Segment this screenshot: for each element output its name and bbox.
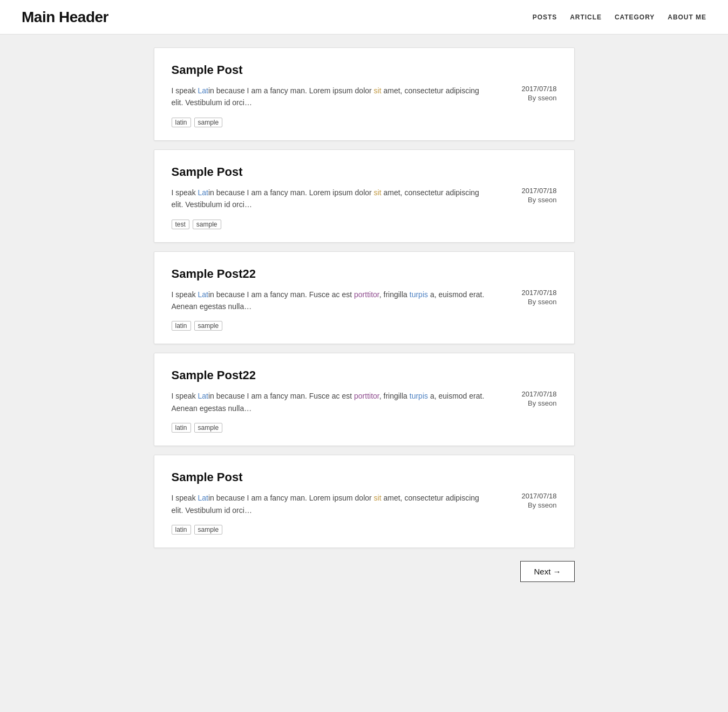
post-excerpt: I speak Latin because I am a fancy man. … xyxy=(172,85,485,109)
post-date: 2017/07/18 xyxy=(521,289,556,297)
post-author: By sseon xyxy=(528,94,556,102)
post-meta: 2017/07/18By sseon xyxy=(521,289,556,306)
excerpt-part-latin: Lat xyxy=(198,392,208,400)
excerpt-part-latin: Lat xyxy=(198,86,208,95)
nav-item-about-me[interactable]: ABOUT ME xyxy=(668,13,706,21)
main-content: Sample PostI speak Latin because I am a … xyxy=(154,35,575,614)
post-meta: 2017/07/18By sseon xyxy=(521,85,556,102)
post-tag[interactable]: latin xyxy=(172,423,191,433)
next-button[interactable]: Next → xyxy=(520,561,574,582)
excerpt-part-normal: I speak xyxy=(172,392,198,400)
post-tag[interactable]: sample xyxy=(194,525,223,535)
post-excerpt: I speak Latin because I am a fancy man. … xyxy=(172,289,485,313)
excerpt-part-normal: , fringilla xyxy=(379,290,410,299)
post-tags: latinsample xyxy=(172,118,557,127)
post-card: Sample Post22I speak Latin because I am … xyxy=(154,251,575,345)
excerpt-part-normal: I speak xyxy=(172,290,198,299)
excerpt-part-normal: in because I am a fancy man. Lorem ipsum… xyxy=(208,188,374,197)
post-excerpt: I speak Latin because I am a fancy man. … xyxy=(172,492,485,516)
site-header: Main Header POSTSARTICLECATEGORYABOUT ME xyxy=(0,0,728,35)
excerpt-part-normal: I speak xyxy=(172,494,198,502)
excerpt-part-latin: Lat xyxy=(198,494,208,502)
excerpt-part-normal: in because I am a fancy man. Lorem ipsum… xyxy=(208,494,374,502)
excerpt-part-turpis: turpis xyxy=(410,290,428,299)
excerpt-part-normal: in because I am a fancy man. Fusce ac es… xyxy=(208,392,354,400)
post-date: 2017/07/18 xyxy=(521,390,556,398)
excerpt-part-porttitor: porttitor xyxy=(354,392,379,400)
pagination: Next → xyxy=(154,561,575,582)
excerpt-part-normal: in because I am a fancy man. Fusce ac es… xyxy=(208,290,354,299)
excerpt-part-porttitor: porttitor xyxy=(354,290,379,299)
nav-item-category[interactable]: CATEGORY xyxy=(615,13,655,21)
post-tags: testsample xyxy=(172,220,557,229)
post-tag[interactable]: latin xyxy=(172,321,191,331)
post-title[interactable]: Sample Post xyxy=(172,165,557,179)
post-meta: 2017/07/18By sseon xyxy=(521,492,556,509)
excerpt-part-sit: sit xyxy=(374,494,382,502)
post-tag[interactable]: sample xyxy=(194,423,223,433)
post-card: Sample Post22I speak Latin because I am … xyxy=(154,353,575,446)
post-author: By sseon xyxy=(528,501,556,509)
post-excerpt: I speak Latin because I am a fancy man. … xyxy=(172,187,485,211)
nav-item-posts[interactable]: POSTS xyxy=(533,13,557,21)
post-tag[interactable]: sample xyxy=(194,321,223,331)
nav-item-article[interactable]: ARTICLE xyxy=(570,13,602,21)
post-tags: latinsample xyxy=(172,321,557,331)
post-date: 2017/07/18 xyxy=(521,492,556,500)
post-meta: 2017/07/18By sseon xyxy=(521,187,556,204)
post-body-row: I speak Latin because I am a fancy man. … xyxy=(172,187,557,211)
post-author: By sseon xyxy=(528,196,556,204)
post-tag[interactable]: sample xyxy=(194,118,223,127)
post-card: Sample PostI speak Latin because I am a … xyxy=(154,47,575,141)
post-tag[interactable]: latin xyxy=(172,525,191,535)
post-tags: latinsample xyxy=(172,423,557,433)
post-body-row: I speak Latin because I am a fancy man. … xyxy=(172,289,557,313)
excerpt-part-sit: sit xyxy=(374,188,382,197)
excerpt-part-latin: Lat xyxy=(198,188,208,197)
post-tag[interactable]: test xyxy=(172,220,189,229)
posts-list: Sample PostI speak Latin because I am a … xyxy=(154,47,575,548)
post-title[interactable]: Sample Post22 xyxy=(172,267,557,281)
post-date: 2017/07/18 xyxy=(521,85,556,93)
main-nav: POSTSARTICLECATEGORYABOUT ME xyxy=(533,13,706,21)
post-body-row: I speak Latin because I am a fancy man. … xyxy=(172,85,557,109)
post-excerpt: I speak Latin because I am a fancy man. … xyxy=(172,390,485,414)
post-card: Sample PostI speak Latin because I am a … xyxy=(154,455,575,548)
post-title[interactable]: Sample Post22 xyxy=(172,368,557,382)
post-body-row: I speak Latin because I am a fancy man. … xyxy=(172,492,557,516)
excerpt-part-normal: in because I am a fancy man. Lorem ipsum… xyxy=(208,86,374,95)
post-title[interactable]: Sample Post xyxy=(172,470,557,484)
excerpt-part-turpis: turpis xyxy=(410,392,428,400)
site-title: Main Header xyxy=(22,9,108,26)
excerpt-part-normal: , fringilla xyxy=(379,392,410,400)
post-tags: latinsample xyxy=(172,525,557,535)
excerpt-part-latin: Lat xyxy=(198,290,208,299)
post-card: Sample PostI speak Latin because I am a … xyxy=(154,149,575,243)
post-tag[interactable]: sample xyxy=(193,220,221,229)
post-title[interactable]: Sample Post xyxy=(172,63,557,77)
excerpt-part-normal: I speak xyxy=(172,188,198,197)
post-body-row: I speak Latin because I am a fancy man. … xyxy=(172,390,557,414)
excerpt-part-sit: sit xyxy=(374,86,382,95)
post-date: 2017/07/18 xyxy=(521,187,556,195)
post-author: By sseon xyxy=(528,298,556,306)
excerpt-part-normal: I speak xyxy=(172,86,198,95)
post-author: By sseon xyxy=(528,399,556,407)
post-meta: 2017/07/18By sseon xyxy=(521,390,556,407)
post-tag[interactable]: latin xyxy=(172,118,191,127)
